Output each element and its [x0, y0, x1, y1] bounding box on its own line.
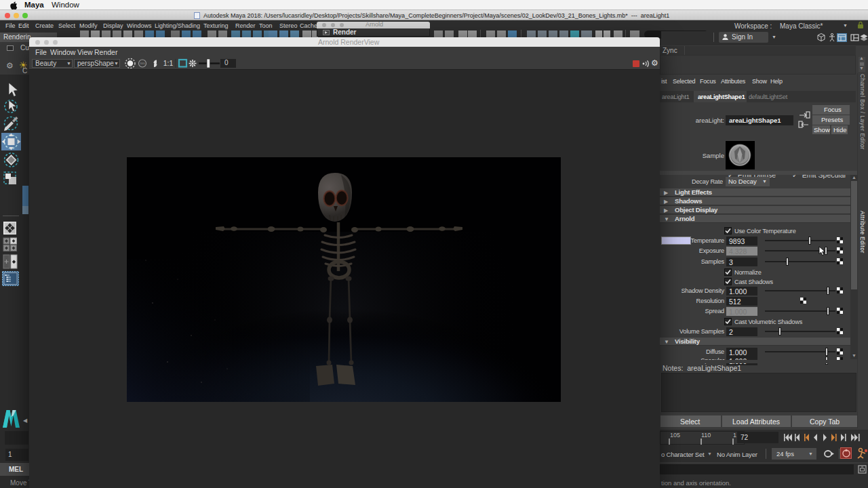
- svg-text:1:1: 1:1: [163, 59, 174, 67]
- svg-text:555: 555: [140, 62, 146, 65]
